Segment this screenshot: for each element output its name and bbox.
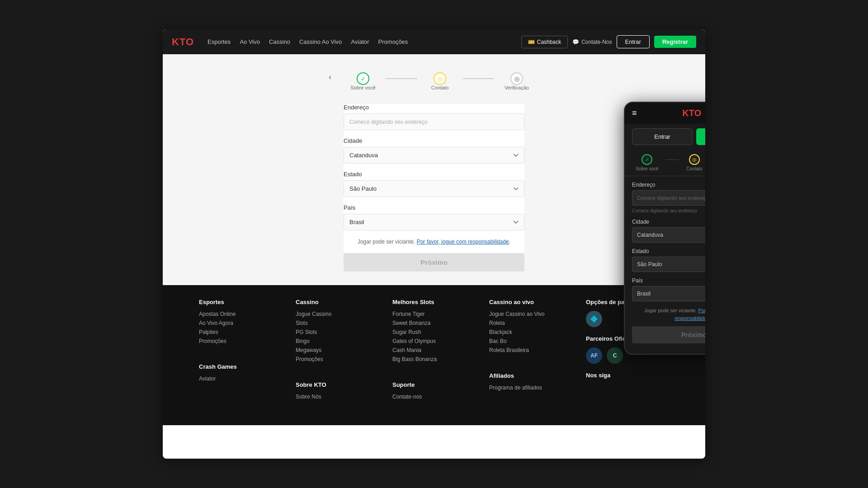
nav-cassino-ao-vivo[interactable]: Cassino Ao Vivo <box>299 38 342 45</box>
nav-promocoes[interactable]: Promoções <box>378 38 408 45</box>
footer-link[interactable]: Ao Vivo Agora <box>199 320 282 326</box>
step-connector-2 <box>462 78 494 79</box>
cashback-button[interactable]: 🎫 Cashback <box>521 36 568 48</box>
cidade-label: Cidade <box>344 137 524 144</box>
estado-label: Estado <box>344 171 524 178</box>
footer-col-esportes: Esportes Apostas Online Ao Vivo Agora Pa… <box>199 299 282 403</box>
footer-link[interactable]: Programa de afiliados <box>489 385 572 391</box>
footer-sobre-title: Sobre KTO <box>296 381 379 388</box>
footer-crash-title: Crash Games <box>199 363 282 370</box>
mobile-cidade-group: Cidade Catanduva <box>632 219 705 243</box>
mobile-entrar-button[interactable]: Entrar <box>632 128 693 145</box>
partner-icon-c: C <box>607 347 623 364</box>
footer-suporte-title: Suporte <box>392 381 476 388</box>
footer-link[interactable]: Promoções <box>296 356 379 362</box>
mobile-pais-select[interactable]: Brasil <box>632 286 705 301</box>
nav-ao-vivo[interactable]: Ao Vivo <box>240 38 260 45</box>
mobile-step-connector-1 <box>665 160 679 160</box>
contato-icon: 💬 <box>572 39 579 45</box>
nav-esportes[interactable]: Esportes <box>208 38 231 45</box>
pais-select[interactable]: Brasil <box>344 214 524 230</box>
mobile-step-2: ◎ Contato <box>686 154 702 171</box>
footer-nos-siga-title: Nos siga <box>586 372 669 379</box>
cashback-icon: 🎫 <box>528 39 535 45</box>
mobile-kto-logo: KTO <box>682 108 701 118</box>
footer-link[interactable]: Sugar Rush <box>392 329 476 335</box>
partner-icon-af: AF <box>586 347 602 364</box>
footer-cassino-title: Cassino <box>296 299 379 305</box>
mobile-overlay: ≡ KTO Entrar Registrar ✓ Sobre você ◎ Co… <box>624 102 705 355</box>
footer-link[interactable]: Cash Mania <box>392 347 476 353</box>
mobile-estado-select[interactable]: São Paulo <box>632 257 705 272</box>
footer-link[interactable]: Jogue Cassino ao Vivo <box>489 311 572 317</box>
stepper: ‹ ✓ Sobre você ◎ Contato ◎ Verificação <box>172 68 696 90</box>
footer-link[interactable]: Blackjack <box>489 329 572 335</box>
footer-link[interactable]: PG Slots <box>296 329 379 335</box>
estado-group: Estado São Paulo <box>344 171 524 197</box>
footer-link[interactable]: Apostas Online <box>199 311 282 317</box>
estado-select[interactable]: São Paulo <box>344 180 524 197</box>
step-contato: ◎ Contato <box>417 72 462 90</box>
cidade-select[interactable]: Catanduva <box>344 147 524 164</box>
mobile-stepper: ✓ Sobre você ◎ Contato ◎ Verificação <box>625 150 705 176</box>
mobile-menu-icon[interactable]: ≡ <box>632 108 637 118</box>
step-circle-1: ✓ <box>357 72 369 85</box>
mobile-step-circle-2: ◎ <box>689 154 700 165</box>
pais-label: País <box>344 204 524 211</box>
nav-links: Esportes Ao Vivo Cassino Cassino Ao Vivo… <box>208 38 512 45</box>
mobile-endereco-group: Endereço Comece digitando seu endereço <box>632 182 705 213</box>
footer-link[interactable]: Aviator <box>199 375 282 382</box>
footer-link[interactable]: Roleta Brasileira <box>489 347 572 353</box>
step-label-2: Contato <box>431 85 449 90</box>
footer-slots-title: Melhores Slots <box>392 299 476 305</box>
endereco-input[interactable] <box>344 113 524 130</box>
mobile-registrar-button[interactable]: Registrar <box>696 128 705 145</box>
cidade-group: Cidade Catanduva <box>344 137 524 164</box>
form-container: Endereço Cidade Catanduva Estado São Pau… <box>344 104 524 272</box>
footer-col-live: Cassino ao vivo Jogue Cassino ao Vivo Ro… <box>489 299 572 403</box>
footer-link[interactable]: Promoções <box>199 338 282 344</box>
nav-actions: 🎫 Cashback 💬 Contate-Nos Entrar Registra… <box>521 35 696 48</box>
footer-link[interactable]: Big Bass Bonanza <box>392 356 476 362</box>
mobile-proximo-button[interactable]: Próximo <box>632 326 705 343</box>
mobile-endereco-hint: Comece digitando seu endereço <box>632 208 705 213</box>
endereco-group: Endereço <box>344 104 524 130</box>
responsible-text: Jogar pode ser viciante. Por favor, jogu… <box>344 238 524 246</box>
proximo-button[interactable]: Próximo <box>344 253 524 272</box>
back-button[interactable]: ‹ <box>329 72 331 82</box>
footer-link[interactable]: Fortune Tiger <box>392 311 476 317</box>
kto-logo: KTO <box>172 36 194 48</box>
footer-link[interactable]: Bingo <box>296 338 379 344</box>
mobile-responsible-text: Jogar pode ser viciante. Por favor, jogu… <box>632 307 705 322</box>
step-verificacao: ◎ Verificação <box>494 72 539 90</box>
entrar-button[interactable]: Entrar <box>617 35 650 48</box>
mobile-pais-group: País Brasil <box>632 277 705 301</box>
step-connector-1 <box>386 78 417 79</box>
footer-link[interactable]: Megaways <box>296 347 379 353</box>
footer-link[interactable]: Contate-nos <box>392 394 476 400</box>
responsible-link[interactable]: Por favor, jogue com responsabilidade <box>417 239 509 245</box>
footer-esportes-title: Esportes <box>199 299 282 305</box>
mobile-cidade-select[interactable]: Catanduva <box>632 227 705 243</box>
step-circle-2: ◎ <box>434 72 446 85</box>
contato-button[interactable]: 💬 Contate-Nos <box>572 39 612 45</box>
footer-link[interactable]: Palpites <box>199 329 282 335</box>
footer-link[interactable]: Bac Bo <box>489 338 572 344</box>
registrar-button[interactable]: Registrar <box>654 36 696 48</box>
footer-grid: Esportes Apostas Online Ao Vivo Agora Pa… <box>199 299 669 403</box>
footer-link[interactable]: Jogue Cassino <box>296 311 379 317</box>
footer-link[interactable]: Roleta <box>489 320 572 326</box>
footer-link[interactable]: Slots <box>296 320 379 326</box>
endereco-label: Endereço <box>344 104 524 111</box>
pais-group: País Brasil <box>344 204 524 230</box>
step-sobre-voce: ✓ Sobre você <box>340 72 386 90</box>
mobile-estado-label: Estado <box>632 248 705 254</box>
nav-aviator[interactable]: Aviator <box>351 38 369 45</box>
footer-link[interactable]: Sweet Bonanza <box>392 320 476 326</box>
footer-link[interactable]: Sobre Nós <box>296 394 379 400</box>
mobile-endereco-input[interactable] <box>632 190 705 206</box>
nav-cassino[interactable]: Cassino <box>269 38 290 45</box>
footer-link-gates-of-olympus[interactable]: Gates of Olympus <box>392 338 476 344</box>
mobile-estado-group: Estado São Paulo <box>632 248 705 272</box>
footer-col-cassino: Cassino Jogue Cassino Slots PG Slots Bin… <box>296 299 379 403</box>
